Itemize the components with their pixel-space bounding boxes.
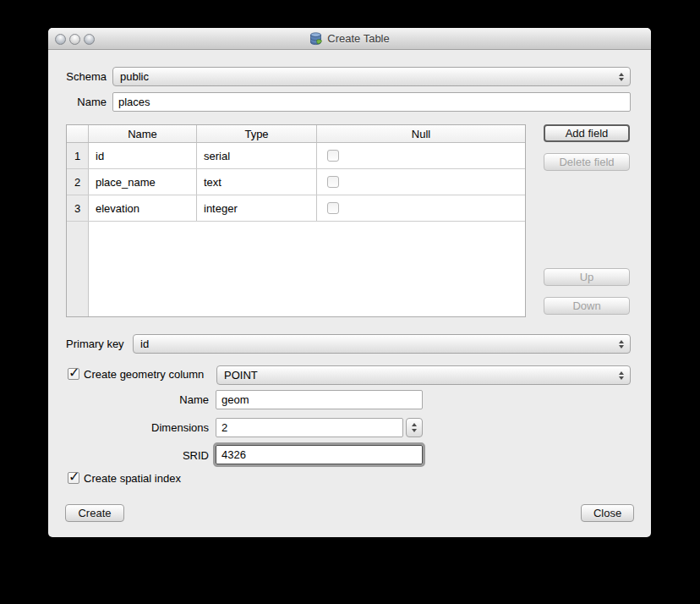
create-button[interactable]: Create — [65, 504, 124, 522]
cell-field-name[interactable]: place_name — [89, 169, 197, 195]
dimensions-input[interactable] — [216, 418, 403, 437]
schema-label: Schema — [48, 70, 107, 84]
add-field-button[interactable]: Add field — [544, 124, 630, 142]
create-geometry-checkbox[interactable] — [68, 368, 79, 380]
table-name-label: Name — [48, 96, 107, 109]
create-geometry-label: Create geometry column — [84, 368, 212, 382]
fields-table-header: Name Type Null — [67, 125, 525, 143]
cell-field-type[interactable]: serial — [197, 143, 317, 168]
schema-select[interactable]: public — [112, 67, 631, 86]
titlebar[interactable]: Create Table — [48, 28, 651, 50]
table-row[interactable]: 2 place_name text — [67, 169, 525, 195]
dimensions-stepper[interactable] — [406, 418, 423, 437]
dimensions-label: Dimensions — [124, 421, 209, 435]
chevron-updown-icon — [619, 335, 624, 353]
stepper-up-icon[interactable] — [412, 423, 417, 426]
create-spatial-index-label: Create spatial index — [84, 472, 202, 486]
geometry-name-label: Name — [124, 393, 209, 407]
primary-key-select[interactable]: id — [133, 334, 631, 354]
null-checkbox[interactable] — [327, 202, 339, 214]
window-controls — [55, 34, 95, 45]
down-button[interactable]: Down — [544, 297, 630, 315]
null-checkbox[interactable] — [327, 150, 339, 162]
table-row[interactable]: 3 elevation integer — [67, 195, 525, 222]
geometry-type-select[interactable]: POINT — [216, 365, 631, 385]
close-window-icon[interactable] — [55, 34, 66, 45]
header-row-gutter — [67, 125, 89, 142]
schema-selected-value: public — [120, 70, 149, 83]
chevron-updown-icon — [619, 68, 624, 85]
stepper-down-icon[interactable] — [412, 429, 417, 432]
minimize-window-icon[interactable] — [69, 34, 80, 45]
table-name-input[interactable] — [112, 92, 631, 112]
create-table-dialog: Create Table Schema public Name Name Typ… — [48, 28, 651, 537]
cell-field-name[interactable]: id — [89, 143, 197, 168]
srid-label: SRID — [124, 449, 209, 463]
geometry-name-input[interactable] — [216, 390, 423, 409]
fields-table: Name Type Null 1 id serial 2 place_name … — [66, 124, 526, 317]
row-number: 3 — [67, 195, 89, 221]
primary-key-selected-value: id — [140, 338, 149, 350]
create-spatial-index-checkbox[interactable] — [68, 472, 79, 484]
geometry-type-selected-value: POINT — [224, 369, 258, 382]
cell-field-type[interactable]: integer — [197, 195, 317, 221]
window-title: Create Table — [327, 32, 389, 45]
column-header-null[interactable]: Null — [317, 125, 525, 142]
delete-field-button[interactable]: Delete field — [544, 153, 630, 171]
close-button[interactable]: Close — [581, 504, 634, 522]
database-table-icon — [309, 32, 323, 46]
row-number: 1 — [67, 143, 89, 168]
cell-field-name[interactable]: elevation — [89, 195, 197, 221]
table-row[interactable]: 1 id serial — [67, 143, 525, 169]
column-header-name[interactable]: Name — [89, 125, 197, 142]
row-number: 2 — [67, 169, 89, 195]
zoom-window-icon[interactable] — [84, 34, 95, 45]
srid-input[interactable] — [216, 445, 423, 464]
srid-focus-ring — [213, 442, 425, 467]
screen: { "window": { "title": "Create Table", "… — [0, 0, 700, 604]
primary-key-label: Primary key — [66, 338, 132, 351]
null-checkbox[interactable] — [327, 176, 339, 188]
column-header-type[interactable]: Type — [197, 125, 317, 142]
up-button[interactable]: Up — [544, 268, 630, 286]
cell-field-type[interactable]: text — [197, 169, 317, 195]
chevron-updown-icon — [619, 366, 624, 384]
